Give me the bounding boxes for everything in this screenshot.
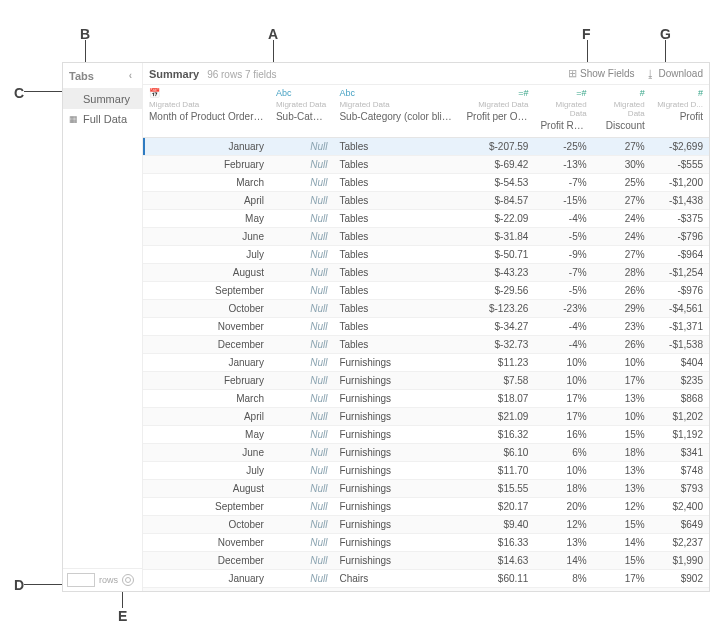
table-row[interactable]: NovemberNullTables$-34.27-4%23%-$1,371 xyxy=(143,318,709,336)
table-row[interactable]: JuneNullTables$-31.84-5%24%-$796 xyxy=(143,228,709,246)
sidebar-footer: rows xyxy=(63,568,142,591)
tab-summary[interactable]: Summary xyxy=(63,89,142,109)
table-row[interactable]: AugustNullTables$-43.23-7%28%-$1,254 xyxy=(143,264,709,282)
tab-label: Full Data xyxy=(83,113,127,125)
show-fields-button[interactable]: ⊞ Show Fields xyxy=(568,67,634,80)
cell-subcategory2: Furnishings xyxy=(333,552,460,570)
table-row[interactable]: AprilNullTables$-84.57-15%27%-$1,438 xyxy=(143,192,709,210)
cell-profit-ratio: 8% xyxy=(534,570,592,588)
column-header[interactable]: #Migrated DataDiscount xyxy=(593,85,651,138)
cell-subcategory2: Furnishings xyxy=(333,426,460,444)
cell-profit: $341 xyxy=(651,444,709,462)
table-icon: ▦ xyxy=(69,114,79,124)
cell-profit-per-order: $-207.59 xyxy=(460,138,534,156)
table-body: JanuaryNullTables$-207.59-25%27%-$2,699F… xyxy=(143,138,709,592)
main-panel: Summary 96 rows 7 fields ⊞ Show Fields ⭳… xyxy=(143,63,709,591)
table-row[interactable]: JanuaryNullChairs$60.118%17%$902 xyxy=(143,570,709,588)
cell-profit-ratio: -5% xyxy=(534,282,592,300)
cell-subcategory: Null xyxy=(270,426,333,444)
cell-profit-per-order: $20.17 xyxy=(460,498,534,516)
table-row[interactable]: JulyNullFurnishings$11.7010%13%$748 xyxy=(143,462,709,480)
table-row[interactable]: JanuaryNullFurnishings$11.2310%10%$404 xyxy=(143,354,709,372)
cell-profit-per-order: $11.70 xyxy=(460,462,534,480)
cell-subcategory2: Furnishings xyxy=(333,390,460,408)
table-row[interactable]: OctoberNullFurnishings$9.4012%15%$649 xyxy=(143,516,709,534)
table-row[interactable]: SeptemberNullFurnishings$20.1720%12%$2,4… xyxy=(143,498,709,516)
data-grid[interactable]: 📅Migrated DataMonth of Product Order Dat… xyxy=(143,85,709,591)
collapse-sidebar-button[interactable]: ‹ xyxy=(125,69,136,82)
table-row[interactable]: FebruaryNullChairs$43.7210%17%$743 xyxy=(143,588,709,592)
cell-subcategory2: Tables xyxy=(333,300,460,318)
column-header[interactable]: =#Migrated DataProfit per Order xyxy=(460,85,534,138)
cell-discount: 15% xyxy=(593,516,651,534)
table-row[interactable]: DecemberNullTables$-32.73-4%26%-$1,538 xyxy=(143,336,709,354)
table-row[interactable]: MarchNullFurnishings$18.0717%13%$868 xyxy=(143,390,709,408)
table-row[interactable]: JuneNullFurnishings$6.106%18%$341 xyxy=(143,444,709,462)
tab-full-data[interactable]: ▦ Full Data xyxy=(63,109,142,129)
cell-month: February xyxy=(143,588,270,592)
field-type-icon: # xyxy=(599,87,645,99)
cell-profit: $748 xyxy=(651,462,709,480)
column-header[interactable]: 📅Migrated DataMonth of Product Order Dat… xyxy=(143,85,270,138)
cell-profit-ratio: -4% xyxy=(534,210,592,228)
table-row[interactable]: MayNullFurnishings$16.3216%15%$1,192 xyxy=(143,426,709,444)
download-button[interactable]: ⭳ Download xyxy=(645,68,703,80)
table-row[interactable]: OctoberNullTables$-123.26-23%29%-$4,561 xyxy=(143,300,709,318)
callout-leader xyxy=(24,584,62,585)
table-row[interactable]: AprilNullFurnishings$21.0917%10%$1,202 xyxy=(143,408,709,426)
cell-month: July xyxy=(143,462,270,480)
table-row[interactable]: NovemberNullFurnishings$16.3313%14%$2,23… xyxy=(143,534,709,552)
table-row[interactable]: DecemberNullFurnishings$14.6314%15%$1,99… xyxy=(143,552,709,570)
table-row[interactable]: MayNullTables$-22.09-4%24%-$375 xyxy=(143,210,709,228)
tab-list: Summary ▦ Full Data xyxy=(63,89,142,568)
cell-profit-per-order: $11.23 xyxy=(460,354,534,372)
cell-subcategory: Null xyxy=(270,408,333,426)
cell-subcategory2: Furnishings xyxy=(333,444,460,462)
cell-discount: 26% xyxy=(593,336,651,354)
table-row[interactable]: MarchNullTables$-54.53-7%25%-$1,200 xyxy=(143,174,709,192)
table-row[interactable]: JanuaryNullTables$-207.59-25%27%-$2,699 xyxy=(143,138,709,156)
cell-month: May xyxy=(143,426,270,444)
cell-subcategory: Null xyxy=(270,534,333,552)
column-header[interactable]: AbcMigrated DataSub-Category xyxy=(270,85,333,138)
cell-month: April xyxy=(143,192,270,210)
cell-profit-per-order: $43.72 xyxy=(460,588,534,592)
table-row[interactable]: SeptemberNullTables$-29.56-5%26%-$976 xyxy=(143,282,709,300)
download-label: Download xyxy=(659,68,703,79)
rows-input[interactable] xyxy=(67,573,95,587)
column-header[interactable]: AbcMigrated DataSub-Category (color blin… xyxy=(333,85,460,138)
cell-profit: -$1,538 xyxy=(651,336,709,354)
field-source: Migrated D... xyxy=(657,100,703,109)
cell-profit-ratio: -4% xyxy=(534,318,592,336)
table-row[interactable]: AugustNullFurnishings$15.5518%13%$793 xyxy=(143,480,709,498)
cell-profit: $649 xyxy=(651,516,709,534)
cell-profit: $1,192 xyxy=(651,426,709,444)
field-name: Month of Product Order Date xyxy=(149,111,264,122)
rows-label: rows xyxy=(99,575,118,585)
cell-profit-per-order: $60.11 xyxy=(460,570,534,588)
gear-icon[interactable] xyxy=(122,574,134,586)
cell-subcategory: Null xyxy=(270,516,333,534)
cell-profit: -$1,438 xyxy=(651,192,709,210)
table-row[interactable]: JulyNullTables$-50.71-9%27%-$964 xyxy=(143,246,709,264)
cell-month: November xyxy=(143,318,270,336)
cell-subcategory2: Tables xyxy=(333,138,460,156)
column-header[interactable]: =#Migrated DataProfit Ratio xyxy=(534,85,592,138)
cell-profit-per-order: $7.58 xyxy=(460,372,534,390)
cell-month: July xyxy=(143,246,270,264)
table-row[interactable]: FebruaryNullTables$-69.42-13%30%-$555 xyxy=(143,156,709,174)
table-header-row: 📅Migrated DataMonth of Product Order Dat… xyxy=(143,85,709,138)
column-header[interactable]: #Migrated D...Profit xyxy=(651,85,709,138)
table-row[interactable]: FebruaryNullFurnishings$7.5810%17%$235 xyxy=(143,372,709,390)
cell-profit: -$964 xyxy=(651,246,709,264)
cell-subcategory2: Tables xyxy=(333,228,460,246)
cell-month: September xyxy=(143,282,270,300)
cell-month: December xyxy=(143,552,270,570)
cell-subcategory: Null xyxy=(270,354,333,372)
cell-profit-per-order: $18.07 xyxy=(460,390,534,408)
cell-profit: $743 xyxy=(651,588,709,592)
cell-subcategory: Null xyxy=(270,228,333,246)
field-name: Profit per Order xyxy=(466,111,528,122)
cell-profit: $2,400 xyxy=(651,498,709,516)
cell-profit-per-order: $-29.56 xyxy=(460,282,534,300)
